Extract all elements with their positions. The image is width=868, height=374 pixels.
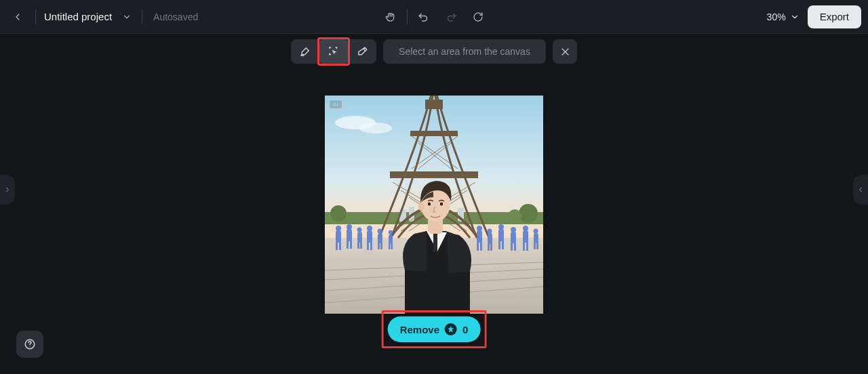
chevron-left-icon — [856, 186, 865, 194]
svg-rect-53 — [391, 243, 393, 249]
right-panel-toggle[interactable] — [853, 175, 868, 205]
eraser-icon — [357, 46, 368, 58]
svg-point-42 — [367, 226, 372, 231]
svg-rect-56 — [477, 242, 479, 251]
undo-icon — [418, 11, 430, 23]
divider — [407, 9, 408, 24]
svg-point-62 — [498, 224, 504, 230]
svg-point-58 — [488, 229, 492, 234]
redo-icon — [445, 11, 457, 23]
svg-point-83 — [418, 203, 424, 211]
svg-rect-65 — [502, 241, 504, 249]
top-bar: Untitled project Autosaved 30% Export — [0, 0, 868, 34]
help-button[interactable] — [16, 331, 43, 358]
remove-button[interactable]: Remove 0 — [388, 316, 481, 342]
svg-point-85 — [29, 346, 30, 347]
svg-rect-75 — [534, 233, 538, 243]
svg-rect-48 — [378, 243, 380, 249]
svg-rect-47 — [378, 233, 382, 243]
svg-rect-77 — [536, 243, 538, 249]
remove-highlight: Remove 0 — [382, 310, 487, 348]
chevron-right-icon — [3, 186, 12, 194]
brush-tool[interactable] — [291, 39, 319, 64]
chevron-down-icon — [790, 12, 800, 22]
project-title[interactable]: Untitled project — [44, 11, 112, 22]
credits-icon — [445, 323, 457, 335]
svg-rect-55 — [477, 230, 482, 243]
remove-label: Remove — [400, 324, 439, 335]
svg-rect-49 — [380, 243, 382, 249]
svg-rect-33 — [339, 242, 341, 250]
svg-rect-44 — [367, 242, 369, 250]
svg-rect-73 — [526, 242, 528, 251]
undo-button[interactable] — [413, 6, 435, 28]
svg-point-50 — [389, 230, 393, 234]
svg-rect-52 — [389, 243, 391, 249]
hand-icon — [385, 12, 396, 22]
svg-rect-57 — [480, 242, 482, 251]
svg-point-13 — [508, 209, 521, 223]
svg-rect-19 — [425, 100, 443, 109]
prompt-hint: Select an area from the canvas — [383, 39, 546, 64]
zoom-dropdown[interactable]: 30% — [767, 12, 800, 22]
svg-point-70 — [523, 226, 528, 231]
top-bar-left: Untitled project Autosaved — [7, 6, 380, 28]
svg-rect-76 — [534, 243, 536, 249]
tool-strip: Select an area from the canvas — [291, 39, 577, 64]
canvas[interactable]: AI — [325, 96, 543, 314]
svg-rect-18 — [410, 131, 458, 136]
svg-rect-64 — [498, 241, 500, 249]
auto-select-tool[interactable] — [319, 39, 348, 64]
svg-point-74 — [534, 229, 538, 234]
ai-badge: AI — [329, 100, 342, 109]
svg-rect-35 — [347, 229, 352, 241]
svg-point-4 — [359, 123, 392, 133]
project-title-dropdown[interactable] — [119, 6, 135, 28]
svg-rect-59 — [488, 233, 492, 244]
svg-rect-61 — [490, 243, 492, 251]
svg-point-34 — [347, 224, 352, 230]
auto-select-icon — [328, 45, 340, 58]
svg-rect-51 — [389, 234, 393, 244]
credits-count: 0 — [462, 324, 468, 335]
tool-group — [291, 39, 376, 64]
divider — [35, 9, 36, 24]
left-panel-toggle[interactable] — [0, 175, 15, 205]
zoom-level: 30% — [767, 12, 786, 22]
svg-rect-69 — [514, 243, 516, 251]
svg-rect-31 — [336, 230, 341, 243]
svg-point-66 — [511, 227, 516, 232]
svg-rect-45 — [370, 242, 372, 250]
svg-point-46 — [378, 229, 382, 234]
svg-rect-32 — [336, 242, 338, 250]
svg-rect-67 — [511, 232, 516, 243]
svg-point-81 — [428, 202, 431, 205]
svg-rect-41 — [360, 242, 362, 249]
refresh-button[interactable] — [467, 6, 489, 28]
svg-point-30 — [336, 226, 341, 231]
svg-point-38 — [357, 228, 362, 232]
svg-point-82 — [440, 202, 443, 205]
svg-rect-60 — [488, 243, 490, 251]
svg-point-11 — [330, 205, 347, 222]
svg-rect-71 — [523, 230, 528, 243]
svg-point-12 — [519, 204, 538, 223]
brush-icon — [300, 46, 311, 57]
svg-rect-39 — [357, 232, 362, 243]
svg-rect-43 — [367, 230, 372, 243]
export-button[interactable]: Export — [808, 5, 861, 28]
svg-rect-72 — [523, 242, 525, 251]
hand-tool-button[interactable] — [380, 6, 401, 28]
svg-rect-37 — [350, 241, 352, 249]
svg-rect-36 — [347, 241, 349, 249]
svg-rect-40 — [357, 242, 359, 249]
top-bar-center — [380, 6, 489, 28]
close-toolstrip-button[interactable] — [553, 39, 577, 64]
svg-rect-17 — [390, 171, 478, 178]
svg-rect-68 — [511, 243, 513, 251]
redo-button — [440, 6, 462, 28]
svg-point-54 — [477, 226, 482, 231]
back-button[interactable] — [7, 6, 28, 28]
svg-rect-78 — [433, 234, 437, 251]
eraser-tool[interactable] — [348, 39, 376, 64]
